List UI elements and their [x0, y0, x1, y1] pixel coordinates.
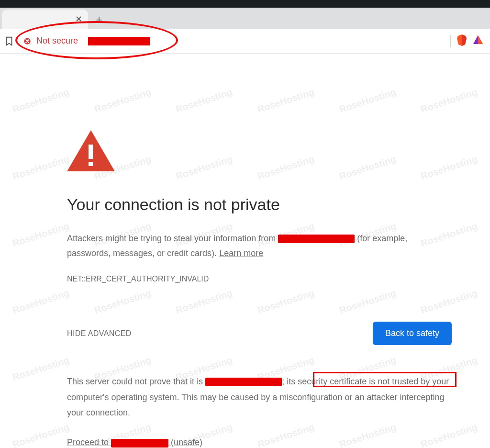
redacted-domain [278, 235, 355, 243]
error-code: NET::ERR_CERT_AUTHORITY_INVALID [67, 275, 452, 283]
error-text-before: Attackers might be trying to steal your … [67, 234, 278, 243]
error-description: Attackers might be trying to steal your … [67, 231, 452, 260]
address-bar[interactable]: Not secure [18, 33, 444, 50]
warning-triangle-icon [67, 130, 115, 171]
adv-text-mid: ; its [282, 377, 298, 386]
toolbar-separator [450, 35, 451, 47]
adv-text-before: This server could not prove that it is [67, 377, 205, 386]
close-tab-icon[interactable]: ✕ [75, 14, 82, 24]
address-separator [83, 36, 83, 46]
proceed-before: Proceed to [67, 437, 111, 447]
redacted-domain-3 [111, 439, 168, 448]
redacted-url [88, 37, 150, 45]
not-secure-label: Not secure [36, 36, 78, 46]
svg-rect-6 [89, 162, 93, 166]
proceed-after: (unsafe) [168, 437, 202, 447]
annotation-rectangle [313, 372, 457, 387]
error-page-content: Your connection is not private Attackers… [0, 54, 490, 448]
browser-tab[interactable]: ✕ [2, 10, 88, 29]
not-secure-icon [23, 37, 32, 45]
redacted-domain-2 [205, 378, 282, 386]
tab-strip: ✕ ＋ [0, 8, 490, 29]
error-heading: Your connection is not private [67, 195, 452, 214]
proceed-unsafe-link[interactable]: Proceed to (unsafe) [67, 437, 202, 447]
new-tab-button[interactable]: ＋ [91, 11, 107, 28]
advanced-explanation: This server could not prove that it is ;… [67, 374, 452, 420]
browser-toolbar: Not secure [0, 29, 490, 54]
svg-marker-2 [473, 35, 478, 44]
back-to-safety-button[interactable]: Back to safety [373, 322, 452, 345]
bookmark-icon[interactable] [4, 36, 14, 46]
svg-marker-3 [478, 35, 483, 44]
hide-advanced-button[interactable]: HIDE ADVANCED [67, 329, 132, 338]
window-top-edge [0, 0, 490, 8]
brave-shield-icon[interactable] [457, 34, 467, 48]
brave-rewards-icon[interactable] [473, 35, 483, 47]
svg-rect-5 [89, 145, 93, 159]
learn-more-link[interactable]: Learn more [219, 248, 263, 258]
